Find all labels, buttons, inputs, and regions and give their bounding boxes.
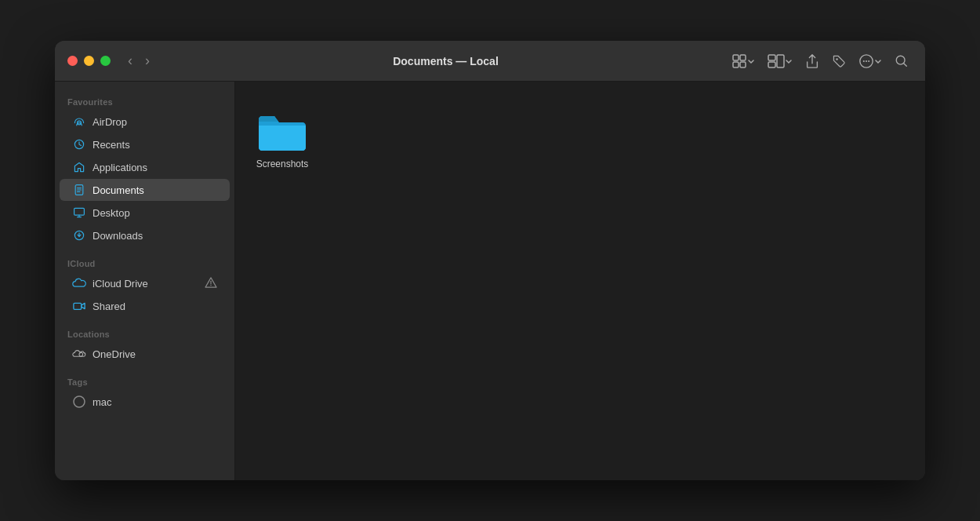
documents-label: Documents: [93, 184, 217, 196]
sidebar-item-onedrive[interactable]: OneDrive: [60, 343, 230, 365]
desktop-icon: [72, 206, 86, 220]
tags-section-label: Tags: [55, 371, 234, 390]
desktop-label: Desktop: [93, 207, 217, 219]
svg-rect-0: [733, 55, 739, 60]
sidebar-item-mac-tag[interactable]: mac: [60, 391, 230, 413]
close-button[interactable]: [67, 56, 78, 66]
more-icon: [858, 53, 874, 69]
icloud-drive-icon: [72, 276, 86, 290]
airdrop-icon: [72, 115, 86, 129]
shared-label: Shared: [93, 301, 217, 312]
forward-button[interactable]: ›: [140, 49, 154, 72]
window-title: Documents — Local: [164, 55, 728, 67]
svg-rect-4: [768, 55, 775, 60]
svg-rect-2: [733, 62, 739, 67]
share-button[interactable]: [801, 49, 823, 73]
view-grid-button[interactable]: [728, 49, 759, 73]
favourites-section-label: Favourites: [55, 91, 234, 110]
sidebar: Favourites AirDrop: [55, 82, 235, 480]
applications-icon: [72, 160, 86, 174]
downloads-icon: [72, 228, 86, 242]
finder-window: ‹ › Documents — Local: [55, 41, 925, 480]
svg-rect-16: [74, 208, 85, 215]
svg-rect-1: [740, 55, 746, 60]
svg-point-11: [868, 60, 869, 61]
titlebar: ‹ › Documents — Local: [55, 41, 925, 82]
search-button[interactable]: [891, 50, 913, 72]
chevron-down-icon3: [874, 57, 882, 65]
svg-rect-6: [777, 55, 784, 67]
traffic-lights: [67, 56, 111, 66]
file-item-screenshots[interactable]: Screenshots: [251, 105, 314, 177]
sidebar-item-applications[interactable]: Applications: [60, 156, 230, 178]
icloud-warning-icon: [205, 277, 217, 290]
grid-view-icon: [731, 53, 747, 69]
svg-point-20: [74, 396, 85, 407]
icloud-drive-label: iCloud Drive: [93, 278, 198, 290]
chevron-down-icon: [747, 57, 755, 65]
arrange-icon: [768, 53, 785, 69]
downloads-label: Downloads: [93, 230, 217, 242]
icloud-section-label: iCloud: [55, 253, 234, 271]
sidebar-item-airdrop[interactable]: AirDrop: [60, 111, 230, 133]
svg-point-7: [836, 58, 837, 60]
maximize-button[interactable]: [100, 56, 111, 66]
recents-icon: [72, 137, 86, 151]
applications-label: Applications: [93, 162, 217, 173]
svg-point-18: [210, 284, 211, 285]
svg-rect-5: [768, 62, 775, 67]
sidebar-item-icloud-drive[interactable]: iCloud Drive: [60, 272, 230, 294]
tag-icon: [832, 54, 846, 68]
svg-rect-19: [74, 303, 82, 309]
minimize-button[interactable]: [84, 56, 94, 66]
sidebar-item-documents[interactable]: Documents: [60, 179, 230, 201]
recents-label: Recents: [93, 139, 217, 151]
onedrive-icon: [72, 347, 86, 361]
more-options-button[interactable]: [855, 49, 886, 73]
sidebar-item-downloads[interactable]: Downloads: [60, 224, 230, 246]
locations-section-label: Locations: [55, 323, 234, 342]
svg-rect-3: [740, 62, 746, 67]
documents-icon: [72, 183, 86, 197]
onedrive-label: OneDrive: [93, 348, 217, 360]
sidebar-item-desktop[interactable]: Desktop: [60, 202, 230, 224]
sidebar-item-shared[interactable]: Shared: [60, 295, 230, 317]
toolbar-right: [728, 49, 913, 73]
back-button[interactable]: ‹: [123, 49, 137, 72]
chevron-down-icon2: [785, 57, 793, 65]
share-icon: [805, 53, 819, 69]
tag-button[interactable]: [828, 50, 850, 72]
arrange-button[interactable]: [764, 49, 797, 73]
nav-buttons: ‹ ›: [123, 49, 154, 72]
shared-icon: [72, 299, 86, 313]
screenshots-label: Screenshots: [256, 158, 309, 171]
mac-tag-label: mac: [93, 396, 217, 408]
file-grid: Screenshots: [251, 105, 909, 177]
mac-tag-icon: [72, 395, 86, 409]
svg-point-9: [863, 60, 865, 61]
sidebar-item-recents[interactable]: Recents: [60, 133, 230, 155]
content-area: Favourites AirDrop: [55, 82, 925, 480]
folder-icon: [257, 111, 307, 152]
search-icon: [895, 54, 909, 68]
svg-point-10: [866, 60, 867, 61]
main-content: Screenshots: [235, 82, 925, 480]
airdrop-label: AirDrop: [93, 116, 217, 128]
